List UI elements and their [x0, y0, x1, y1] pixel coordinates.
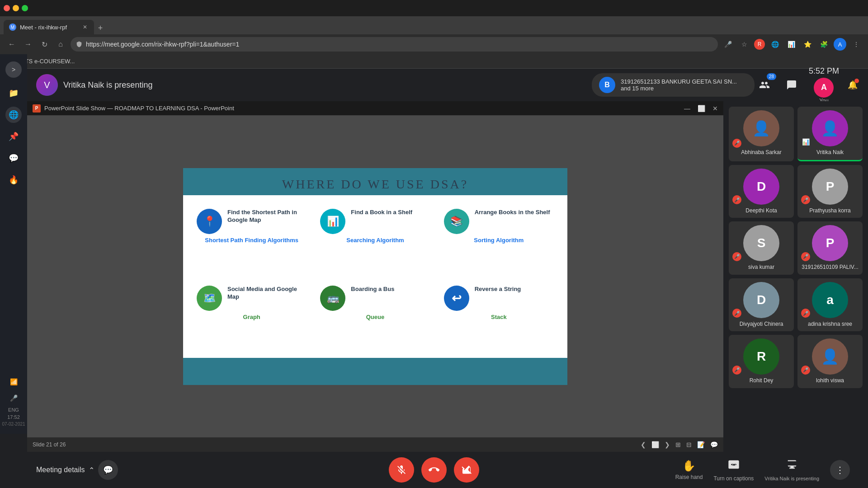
mute-btn[interactable]: [389, 457, 414, 483]
participant-initial-avatar: B: [599, 77, 615, 93]
slide-next-btn[interactable]: ❯: [665, 441, 670, 448]
tab-close-btn[interactable]: ✕: [81, 23, 89, 31]
slide-item-1: 📍 Find the Shortest Path in Google Map S…: [192, 204, 311, 277]
slide-view-btns: ❮ ⬜ ❯ ⊞ ⊟ 📝 💬: [641, 441, 718, 448]
captions-label: Turn on captions: [713, 475, 754, 482]
slide-comments-btn[interactable]: 💬: [710, 441, 718, 448]
participant-avatar-lohith: 👤: [812, 338, 848, 375]
mute-icon-319: 🎤: [801, 252, 810, 261]
microphone-toolbar-icon[interactable]: 🎤: [722, 38, 734, 51]
user-group: A You: [814, 78, 834, 104]
end-call-btn[interactable]: [421, 457, 447, 483]
ppt-close-btn[interactable]: ✕: [712, 105, 718, 112]
user-avatar: A: [814, 78, 834, 98]
sidebar-files-icon[interactable]: 📁: [5, 85, 22, 101]
mic-sidebar-icon[interactable]: 🎤: [6, 391, 21, 405]
slide-item-6: ↩ Reverse a String Stack: [439, 281, 558, 353]
speaking-icon-vritika: 📊: [801, 137, 810, 146]
presenting-icon: [786, 459, 798, 474]
participant-info[interactable]: B 319126512133 BANKURU GEETA SAI SN... a…: [592, 73, 755, 97]
win-max-btn[interactable]: [22, 5, 28, 11]
participant-avatar-prathyusha: P: [812, 169, 848, 205]
ppt-icon: P: [33, 104, 41, 113]
participant-avatar-rohit: R: [743, 338, 779, 375]
slide-wrapper: WHERE DO WE USE DSA? 📍 Find the Shortest…: [27, 116, 723, 437]
mute-icon-adina: 🎤: [801, 309, 810, 318]
participant-card-319: P 🎤 319126510109 PALIV...: [797, 221, 863, 275]
time-user-group: 5:52 PM A You: [809, 66, 839, 104]
sidebar-chat-icon[interactable]: 💬: [5, 150, 22, 166]
slide-text-5: Boarding a Bus: [351, 286, 394, 293]
bookmarks-toolbar-icon[interactable]: ⭐: [801, 38, 814, 51]
participant-avatar-deepthi: D: [743, 169, 779, 205]
ppt-minimize-btn[interactable]: —: [684, 105, 690, 112]
home-btn[interactable]: ⌂: [54, 38, 67, 51]
captions-action[interactable]: Turn on captions: [713, 458, 754, 482]
slide-label-2: Searching Algorithm: [346, 237, 404, 244]
sidebar-fire-icon[interactable]: 🔥: [5, 172, 22, 188]
slide-icon-1: 📍: [197, 209, 222, 234]
mute-icon-rohit: 🎤: [732, 366, 741, 375]
ppt-window-btns: — ⬜ ✕: [684, 105, 718, 112]
tab-bar: M Meet - rix-ihkw-rpf ✕ +: [0, 16, 868, 34]
url-bar[interactable]: https://meet.google.com/rix-ihkw-rpf?pli…: [71, 37, 718, 52]
slide-text-1: Find the Shortest Path in Google Map: [227, 209, 307, 224]
tab-favicon: M: [9, 23, 16, 31]
slide-bottom-bg: [183, 358, 567, 385]
forward-btn[interactable]: →: [22, 38, 34, 51]
participant-avatar-adina: a: [812, 282, 848, 318]
participant-avatar-siva: S: [743, 225, 779, 261]
menu-toolbar-icon[interactable]: ⋮: [850, 38, 863, 51]
slide-title: WHERE DO WE USE DSA?: [183, 177, 567, 192]
slide-icon-3: 📚: [444, 209, 469, 234]
star-toolbar-icon[interactable]: ☆: [738, 38, 750, 51]
slide-item-top-3: 📚 Arrange Books in the Shelf: [444, 209, 554, 234]
extension-icon[interactable]: R: [754, 39, 765, 50]
participants-btn[interactable]: 28: [755, 75, 774, 95]
participant-name-rohit: Rohit Dey: [750, 377, 774, 385]
slide-label-6: Stack: [491, 314, 507, 320]
participant-card-deepthi: D 🎤 Deepthi Kota: [729, 165, 794, 218]
active-tab[interactable]: M Meet - rix-ihkw-rpf ✕: [4, 20, 94, 34]
participant-card-lohith: 👤 🎤 lohith viswa: [797, 335, 863, 388]
stats-toolbar-icon[interactable]: 📊: [785, 38, 797, 51]
raise-hand-action[interactable]: ✋ Raise hand: [675, 460, 703, 480]
slide-icon-6: ↩: [444, 286, 469, 311]
slide-prev-btn[interactable]: ❮: [641, 441, 646, 448]
slide-item-3: 📚 Arrange Books in the Shelf Sorting Alg…: [439, 204, 558, 277]
win-close-btn[interactable]: [4, 5, 10, 11]
participant-card-divya: D 🎤 Divyajyoti Chinera: [729, 278, 794, 332]
ppt-restore-btn[interactable]: ⬜: [698, 105, 705, 112]
tab-title: Meet - rix-ihkw-rpf: [20, 24, 78, 31]
chat-btn[interactable]: [782, 75, 802, 95]
raise-hand-label: Raise hand: [675, 474, 703, 480]
slide-item-5: 🚌 Boarding a Bus Queue: [316, 281, 434, 353]
chat-bottom-btn[interactable]: 💬: [98, 460, 118, 480]
slide-normal-view-btn[interactable]: ⬜: [651, 441, 659, 448]
meeting-details-btn[interactable]: Meeting details ⌃: [36, 466, 94, 474]
slide-notes-btn[interactable]: 📝: [697, 441, 705, 448]
sidebar-web-icon[interactable]: 🌐: [5, 107, 22, 123]
slide-grid-btn[interactable]: ⊟: [686, 441, 692, 448]
participant-card-prathyusha: P 🎤 Prathyusha korra: [797, 165, 863, 218]
chrome-icon[interactable]: 🌐: [769, 38, 781, 51]
sidebar-bookmark-icon[interactable]: 📌: [5, 128, 22, 145]
slide-layout-btn[interactable]: ⊞: [675, 441, 681, 448]
participant-card-vritika: 👤 📊 Vritika Naik: [797, 107, 863, 161]
refresh-btn[interactable]: ↻: [38, 38, 51, 51]
more-options-btn[interactable]: ⋮: [830, 460, 850, 480]
participant-name-abhinaba: Abhinaba Sarkar: [741, 149, 781, 156]
slide-item-top-1: 📍 Find the Shortest Path in Google Map: [197, 209, 307, 234]
new-tab-btn[interactable]: +: [94, 22, 107, 34]
mute-icon-deepthi: 🎤: [732, 195, 741, 204]
wifi-icon[interactable]: 📶: [6, 375, 21, 389]
back-btn[interactable]: ←: [5, 38, 18, 51]
sidebar-time: 17:52: [7, 414, 20, 420]
video-off-btn[interactable]: [454, 457, 479, 483]
win-min-btn[interactable]: [13, 5, 19, 11]
extensions-toolbar-icon[interactable]: 🧩: [817, 38, 830, 51]
sidebar-collapse-btn[interactable]: >: [5, 61, 22, 78]
participant-avatar-divya: D: [743, 282, 779, 318]
slide-item-top-5: 🚌 Boarding a Bus: [320, 286, 430, 311]
user-profile-icon[interactable]: A: [834, 38, 846, 51]
